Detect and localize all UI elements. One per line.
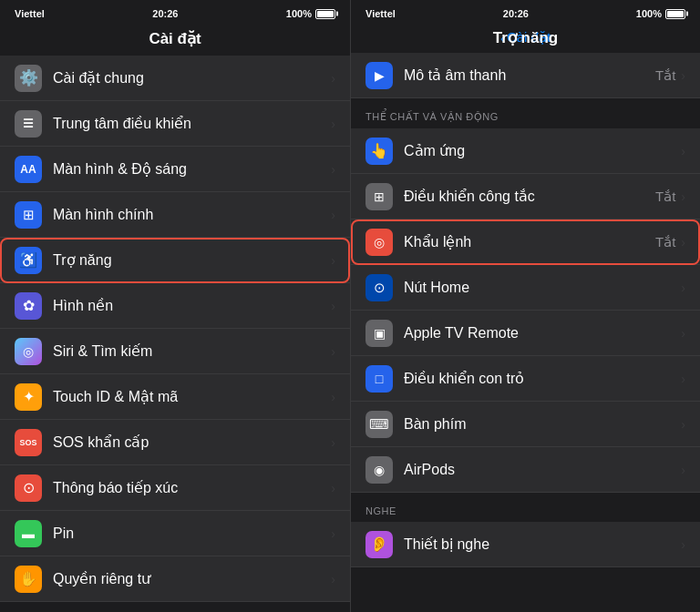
cai-dat-chung-label: Cài đặt chung [53,69,331,87]
left-item-siri[interactable]: ◎ Siri & Tìm kiếm › [0,329,350,374]
section-the-chat-label: THỂ CHẤT VÀ VẬN ĐỘNG [365,111,499,123]
right-item-khau-lenh[interactable]: ◎ Khẩu lệnh Tắt › [351,219,700,265]
left-status-bar: Viettel 20:26 100% [0,0,350,26]
right-settings-list: ▶ Mô tả âm thanh Tắt › THỂ CHẤT VÀ VẬN Đ… [351,53,700,612]
right-item-airpods[interactable]: ◉ AirPods › [351,447,700,493]
khau-lenh-value: Tắt [655,234,675,250]
dieu-khien-cong-tac-label: Điều khiển công tắc [404,188,655,205]
khau-lenh-icon: ◎ [365,229,393,256]
man-hinh-icon: AA [15,156,42,183]
left-battery-icon [315,9,335,19]
right-item-cam-ung[interactable]: 👆 Cảm ứng › [351,128,700,174]
section-the-chat: THỂ CHẤT VÀ VẬN ĐỘNG [351,98,700,128]
dieu-khien-con-tro-icon: □ [365,365,393,393]
left-item-thong-bao[interactable]: ⊙ Thông báo tiếp xúc › [0,465,350,511]
left-item-tro-nang-wrapper: ♿ Trợ năng › [0,238,350,283]
pin-icon: ▬ [15,520,42,547]
right-item-mo-ta-am-thanh[interactable]: ▶ Mô tả âm thanh Tắt › [351,53,700,98]
hinh-nen-label: Hình nền [53,297,331,314]
left-item-tro-nang[interactable]: ♿ Trợ năng › [0,238,350,283]
right-item-dieu-khien-cong-tac[interactable]: ⊞ Điều khiển công tắc Tắt › [351,174,700,219]
section-nghe: NGHE [351,493,700,522]
right-item-nut-home[interactable]: ⊙ Nút Home › [351,265,700,311]
airpods-label: AirPods [404,462,681,478]
right-page-title: Trợ năng [493,28,558,47]
left-item-pin[interactable]: ▬ Pin › [0,511,350,556]
right-carrier: Viettel [365,8,396,19]
tro-nang-label: Trợ năng [53,251,331,269]
trung-tam-icon: ☰ [15,110,42,138]
left-item-touch-id[interactable]: ✦ Touch ID & Mật mã › [0,374,350,420]
left-item-man-hinh-chinh[interactable]: ⊞ Màn hình chính › [0,192,350,238]
quyen-label: Quyền riêng tư [53,570,331,587]
dieu-khien-cong-tac-icon: ⊞ [365,183,393,210]
nut-home-icon: ⊙ [365,274,393,301]
left-item-man-hinh-do-sang[interactable]: AA Màn hình & Độ sáng › [0,147,350,192]
dieu-khien-con-tro-label: Điều khiển con trỏ [404,370,681,387]
left-item-quyen-rieng-tu[interactable]: ✋ Quyền riêng tư › [0,556,350,602]
thong-bao-icon: ⊙ [15,474,42,502]
dieu-khien-cong-tac-value: Tắt [655,189,675,205]
right-nav-header: ‹ Cài đặt Trợ năng [351,26,700,53]
man-hinh-label: Màn hình & Độ sáng [53,160,331,178]
touch-id-icon: ✦ [15,383,42,411]
left-item-cai-dat-chung[interactable]: ⚙️ Cài đặt chung › [0,56,350,101]
right-item-apple-tv[interactable]: ▣ Apple TV Remote › [351,311,700,356]
right-time: 20:26 [503,8,529,19]
cam-ung-label: Cảm ứng [404,142,681,159]
left-page-title: Cài đặt [15,29,335,48]
thiet-bi-nghe-icon: 👂 [365,531,393,558]
right-item-ban-phim[interactable]: ⌨ Bàn phím › [351,402,700,447]
tro-nang-icon: ♿ [15,247,42,274]
right-battery-icon [665,9,685,19]
siri-icon: ◎ [15,338,42,365]
trung-tam-label: Trung tâm điều khiển [53,115,331,132]
section-nghe-label: NGHE [365,505,396,516]
quyen-icon: ✋ [15,566,42,593]
left-item-sos[interactable]: SOS SOS khẩn cấp › [0,420,350,465]
left-item-trung-tam[interactable]: ☰ Trung tâm điều khiển › [0,101,350,147]
left-panel: Viettel 20:26 100% Cài đặt ⚙️ Cài đặt ch… [0,0,350,612]
thiet-bi-nghe-label: Thiết bị nghe [404,536,681,553]
siri-label: Siri & Tìm kiếm [53,342,331,360]
cai-dat-chung-icon: ⚙️ [15,65,42,92]
left-nav-header: Cài đặt [0,26,350,56]
man-hinh-chinh-label: Màn hình chính [53,207,331,223]
cam-ung-icon: 👆 [365,138,393,165]
mo-ta-am-thanh-label: Mô tả âm thanh [404,66,655,84]
mo-ta-am-thanh-icon: ▶ [365,62,393,89]
sos-icon: SOS [15,429,42,456]
left-battery-pct: 100% [286,8,312,19]
right-battery-area: 100% [636,8,685,19]
right-status-bar: Viettel 20:26 100% [351,0,700,26]
thong-bao-label: Thông báo tiếp xúc [53,479,331,496]
sos-label: SOS khẩn cấp [53,434,331,451]
khau-lenh-label: Khẩu lệnh [404,233,655,250]
pin-label: Pin [53,525,331,542]
ban-phim-label: Bàn phím [404,416,681,433]
left-time: 20:26 [152,8,178,19]
left-carrier: Viettel [15,8,45,19]
man-hinh-chinh-icon: ⊞ [15,201,42,229]
right-item-thiet-bi-nghe[interactable]: 👂 Thiết bị nghe › [351,522,700,567]
right-item-khau-lenh-wrapper: ◎ Khẩu lệnh Tắt › [351,219,700,265]
right-panel: Viettel 20:26 100% ‹ Cài đặt Trợ năng ▶ … [350,0,700,612]
ban-phim-icon: ⌨ [365,411,393,438]
left-battery-area: 100% [286,8,335,19]
touch-id-label: Touch ID & Mật mã [53,388,331,405]
left-item-hinh-nen[interactable]: ✿ Hình nền › [0,283,350,329]
airpods-icon: ◉ [365,456,393,484]
mo-ta-am-thanh-value: Tắt [655,67,675,84]
nut-home-label: Nút Home [404,280,681,296]
right-battery-pct: 100% [636,8,662,19]
right-item-dieu-khien-con-tro[interactable]: □ Điều khiển con trỏ › [351,356,700,402]
hinh-nen-icon: ✿ [15,292,42,320]
apple-tv-label: Apple TV Remote [404,325,681,342]
left-settings-list: ⚙️ Cài đặt chung › ☰ Trung tâm điều khiể… [0,56,350,612]
apple-tv-icon: ▣ [365,320,393,347]
